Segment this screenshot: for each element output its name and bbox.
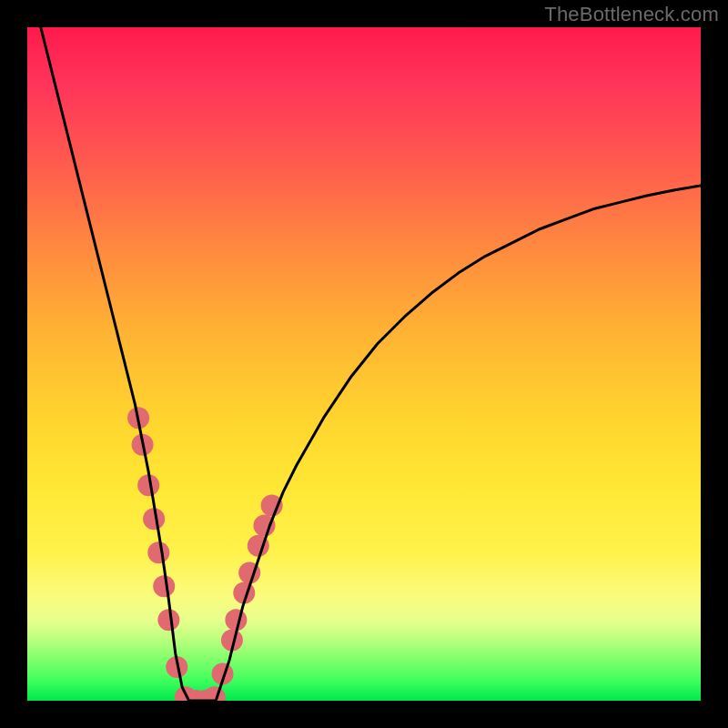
marker-point: [157, 609, 179, 631]
marker-point: [147, 541, 169, 563]
chart-plot-area: [27, 27, 701, 701]
marker-point: [225, 609, 247, 631]
chart-frame: TheBottleneck.com: [0, 0, 728, 728]
bottleneck-curve: [41, 27, 701, 701]
marker-point: [204, 686, 226, 701]
marker-point: [153, 575, 175, 597]
marker-point: [261, 494, 283, 516]
chart-svg-layer: [27, 27, 701, 701]
watermark-label: TheBottleneck.com: [544, 3, 719, 26]
